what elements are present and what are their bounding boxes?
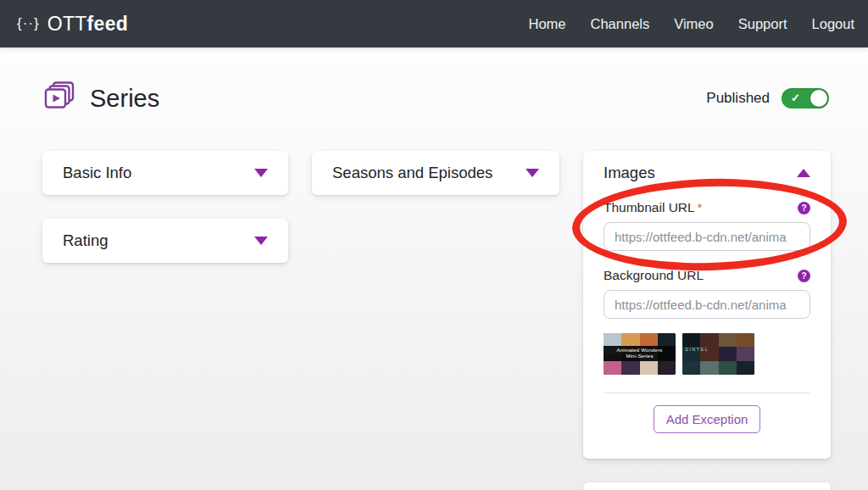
- nav-item-logout[interactable]: Logout: [812, 16, 854, 32]
- nav-item-vimeo[interactable]: Vimeo: [674, 16, 713, 32]
- background-url-label-row: Background URL ?: [604, 268, 810, 283]
- published-toggle[interactable]: ✓: [782, 88, 829, 109]
- thumbnail-title-line1: Animated Wonders: [616, 348, 662, 354]
- thumbnail-title-band: Animated Wonders Mini-Series: [604, 346, 676, 361]
- images-title: Images: [604, 164, 655, 182]
- chevron-down-icon: [254, 237, 268, 245]
- chevron-up-icon: [797, 169, 810, 177]
- thumbnail-url-label: Thumbnail URL*: [604, 200, 702, 215]
- braces-logo-icon: {··}: [17, 15, 40, 32]
- check-icon: ✓: [791, 92, 800, 104]
- required-asterisk: *: [698, 201, 702, 214]
- top-navbar: {··} OTTfeed Home Channels Vimeo Support…: [0, 0, 868, 47]
- background-preview-image: SINTEL: [682, 333, 754, 375]
- brand-name: OTTfeed: [47, 13, 128, 36]
- images-divider: [604, 393, 810, 393]
- thumbnail-title-line2: Mini-Series: [626, 354, 653, 359]
- thumbnail-url-label-row: Thumbnail URL* ?: [604, 200, 810, 215]
- panel-below-images-partial: [583, 482, 831, 490]
- page-title: Series: [90, 85, 159, 113]
- column-left: Basic Info Rating: [42, 151, 288, 263]
- add-exception-button[interactable]: Add Exception: [654, 405, 761, 433]
- published-label: Published: [706, 90, 770, 107]
- thumbnail-url-input[interactable]: [604, 222, 810, 251]
- basic-info-header[interactable]: Basic Info: [42, 151, 288, 195]
- panel-images: Images Thumbnail URL* ? Background URL ?: [583, 151, 831, 459]
- nav-item-home[interactable]: Home: [529, 16, 566, 32]
- background-dark-overlay: [682, 333, 754, 375]
- chevron-down-icon: [254, 169, 268, 177]
- seasons-episodes-header[interactable]: Seasons and Episodes: [312, 151, 559, 195]
- brand-name-bold: feed: [87, 13, 129, 35]
- chevron-down-icon: [526, 169, 539, 177]
- nav-menu: Home Channels Vimeo Support Logout: [529, 16, 854, 32]
- brand-logo[interactable]: {··} OTTfeed: [17, 13, 128, 36]
- panel-seasons-episodes: Seasons and Episodes: [312, 151, 559, 195]
- thumbnail-url-label-text: Thumbnail URL: [604, 200, 695, 214]
- title-group: Series: [42, 81, 159, 116]
- images-body: Thumbnail URL* ? Background URL ? Animat…: [583, 200, 831, 459]
- help-icon[interactable]: ?: [798, 202, 810, 214]
- background-url-label: Background URL: [604, 268, 704, 283]
- toggle-knob: [810, 90, 827, 107]
- seasons-episodes-title: Seasons and Episodes: [332, 164, 492, 182]
- published-group: Published ✓: [706, 88, 829, 109]
- nav-item-channels[interactable]: Channels: [591, 16, 650, 32]
- basic-info-title: Basic Info: [63, 164, 131, 182]
- thumbnail-preview-image: Animated Wonders Mini-Series: [604, 333, 676, 375]
- help-icon[interactable]: ?: [798, 270, 810, 282]
- rating-title: Rating: [63, 231, 108, 250]
- series-collection-icon: [42, 81, 76, 116]
- image-previews: Animated Wonders Mini-Series SINTEL: [604, 333, 810, 375]
- content-area: Basic Info Rating Seasons and Episodes I…: [42, 151, 831, 490]
- page-header: Series Published ✓: [42, 81, 829, 116]
- nav-item-support[interactable]: Support: [738, 16, 787, 32]
- background-sintel-text: SINTEL: [685, 347, 709, 352]
- column-middle: Seasons and Episodes: [312, 151, 559, 195]
- column-right: Images Thumbnail URL* ? Background URL ?: [583, 151, 831, 490]
- panel-rating: Rating: [42, 219, 288, 263]
- background-url-input[interactable]: [604, 290, 810, 319]
- rating-header[interactable]: Rating: [42, 219, 288, 263]
- brand-name-regular: OTT: [47, 13, 87, 35]
- images-header[interactable]: Images: [583, 151, 831, 195]
- panel-basic-info: Basic Info: [42, 151, 288, 195]
